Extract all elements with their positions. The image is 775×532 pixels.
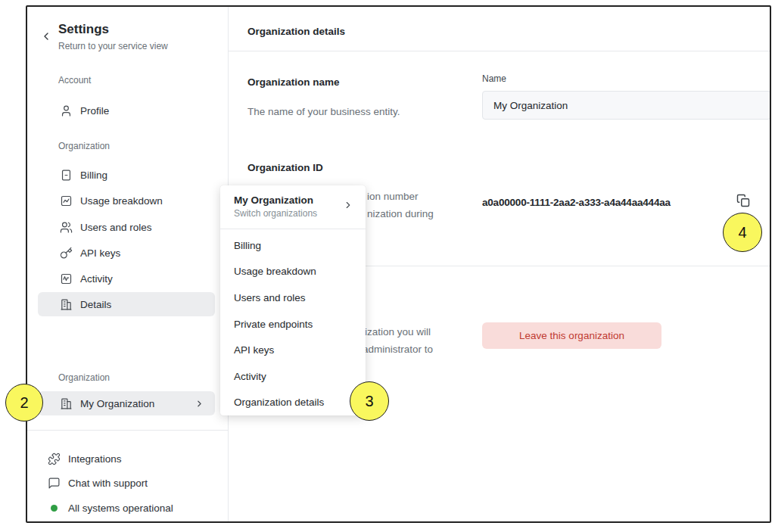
leave-organization-button[interactable]: Leave this organization: [482, 322, 661, 349]
org-id-title: Organization ID: [247, 162, 323, 173]
sidebar-divider: [27, 430, 228, 431]
chevron-right-icon: [193, 397, 206, 410]
callout-3-number: 3: [365, 393, 373, 410]
page-title: Settings: [58, 22, 109, 37]
menu-item-organization-details[interactable]: Organization details: [220, 390, 366, 416]
building-icon: [60, 298, 73, 311]
menu-item-usage-breakdown[interactable]: Usage breakdown: [220, 259, 366, 285]
sidebar-item-label: API keys: [80, 247, 120, 259]
copy-icon: [736, 194, 750, 207]
callout-2-number: 2: [20, 394, 28, 412]
status-label: All systems operational: [68, 502, 173, 514]
popup-divider: [220, 229, 366, 229]
status-dot-icon: [48, 502, 61, 515]
sidebar-item-label: Users and roles: [80, 222, 152, 233]
sidebar-item-api-keys[interactable]: API keys: [38, 241, 215, 265]
leave-description-fragment-1: ization you will: [365, 326, 431, 338]
menu-item-private-endpoints[interactable]: Private endpoints: [220, 311, 366, 338]
menu-item-billing[interactable]: Billing: [220, 232, 366, 259]
popup-org-name: My Organization: [234, 194, 353, 206]
building-icon: [60, 397, 73, 410]
sidebar-item-label: Details: [80, 299, 111, 310]
section-label-account: Account: [58, 75, 91, 86]
popup-header[interactable]: My Organization Switch organizations: [220, 185, 366, 219]
section-label-organization: Organization: [58, 141, 110, 151]
popup-menu: Billing Usage breakdown Users and roles …: [220, 232, 366, 415]
chevron-right-icon: [343, 200, 353, 210]
user-icon: [60, 104, 73, 117]
sidebar-item-billing[interactable]: Billing: [38, 163, 215, 187]
sidebar-item-integrations[interactable]: Integrations: [48, 446, 122, 471]
sidebar-item-profile[interactable]: Profile: [38, 98, 215, 123]
org-id-description-fragment-2: nization during: [367, 208, 434, 219]
sidebar-item-details[interactable]: Details: [38, 292, 215, 316]
section-label-organization-2: Organization: [58, 372, 110, 383]
chart-icon: [60, 194, 73, 207]
menu-item-api-keys[interactable]: API keys: [220, 337, 366, 363]
sidebar-item-my-organization[interactable]: My Organization: [38, 391, 215, 415]
sidebar-item-label: Chat with support: [68, 478, 148, 489]
callout-2: 2: [5, 384, 43, 422]
sidebar-item-label: Activity: [80, 273, 113, 285]
sidebar-item-label: Integrations: [68, 453, 122, 465]
invoice-icon: [60, 169, 73, 182]
chat-bubble-icon: [48, 477, 61, 490]
back-button[interactable]: [38, 29, 54, 45]
chevron-left-icon: [40, 30, 52, 42]
callout-3: 3: [350, 381, 389, 421]
copy-button[interactable]: [735, 193, 752, 210]
users-icon: [60, 221, 73, 234]
key-icon: [60, 247, 73, 260]
sidebar-item-chat-support[interactable]: Chat with support: [48, 471, 148, 495]
callout-4-number: 4: [738, 224, 746, 241]
sidebar-item-users-and-roles[interactable]: Users and roles: [38, 215, 215, 239]
app-window: Settings Return to your service view Acc…: [26, 5, 771, 523]
sidebar-item-usage-breakdown[interactable]: Usage breakdown: [38, 188, 215, 213]
sidebar-item-activity[interactable]: Activity: [38, 266, 215, 291]
name-field-label: Name: [482, 73, 506, 84]
org-id-value: a0a00000-1111-2aa2-a333-a4a44aa444aa: [482, 197, 671, 208]
organization-switcher-popup: My Organization Switch organizations Bil…: [220, 185, 366, 415]
sidebar-item-label: Billing: [80, 170, 107, 181]
leave-description-fragment-2: administrator to: [363, 344, 433, 355]
sidebar-item-label: Profile: [80, 105, 109, 117]
panel-title: Organization details: [247, 26, 345, 37]
page-subtitle: Return to your service view: [58, 41, 168, 51]
org-name-description: The name of your business entity.: [247, 106, 400, 117]
org-id-description-fragment-1: ion number: [367, 191, 419, 202]
sidebar-item-label: My Organization: [80, 398, 154, 409]
sidebar-item-system-status[interactable]: All systems operational: [48, 496, 173, 520]
menu-item-activity[interactable]: Activity: [220, 363, 366, 390]
menu-item-users-and-roles[interactable]: Users and roles: [220, 285, 366, 311]
sidebar-item-label: Usage breakdown: [80, 195, 163, 207]
pulse-icon: [60, 272, 73, 285]
settings-sidebar: Settings Return to your service view Acc…: [27, 7, 229, 521]
org-name-input[interactable]: [482, 91, 771, 120]
header-divider: [229, 51, 770, 51]
callout-4: 4: [723, 213, 762, 252]
org-name-title: Organization name: [247, 76, 340, 88]
puzzle-icon: [48, 453, 61, 465]
popup-subtitle: Switch organizations: [234, 208, 353, 219]
